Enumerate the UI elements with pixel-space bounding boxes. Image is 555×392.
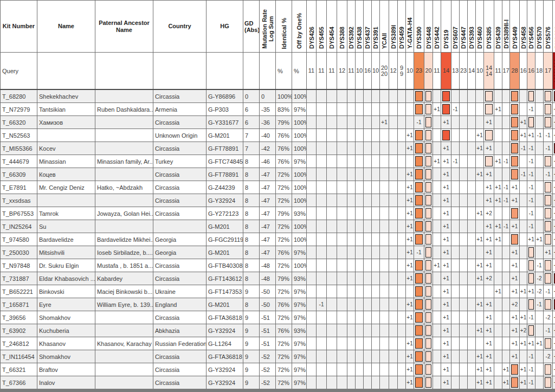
- cell-name: Minassian: [37, 155, 95, 168]
- marker-cell-DYS438: [356, 350, 364, 363]
- marker-cell-Y-GATA-H4: +1: [406, 168, 414, 181]
- marker-cell-DYS442: [433, 233, 441, 246]
- query-marker-DYS388: 12: [337, 53, 347, 90]
- marker-cell-DYS426: [307, 220, 317, 233]
- match-box-DYS390: [415, 351, 423, 362]
- marker-cell-DYS389II-I: [502, 298, 510, 311]
- marker-cell-DYS392: [347, 194, 356, 207]
- cell-kit: T_N97848: [1, 259, 37, 272]
- match-box-DYS385: [485, 156, 493, 166]
- cell-country: [153, 220, 206, 233]
- marker-header-DYS426: DYS426: [307, 1, 317, 53]
- marker-cell-DYS447: [460, 285, 468, 298]
- table-row: T_246812KhasanovKhasanov, KarachayRussia…: [1, 337, 555, 350]
- marker-cell-DYS388: [337, 194, 347, 207]
- marker-cell-DYS391: [372, 220, 380, 233]
- cell-mut: -48: [260, 272, 276, 285]
- match-box-DYS448: [425, 130, 431, 140]
- marker-cell-DYS392: [347, 246, 356, 259]
- marker-cell-DYS607: [451, 272, 460, 285]
- marker-cell-DYS459: [398, 116, 406, 129]
- marker-cell-DYS438: [356, 259, 364, 272]
- marker-cell-DYS458: +1: [520, 376, 527, 389]
- marker-cell-DYS464: +1: [553, 220, 555, 233]
- marker-cell-DYS442: [433, 311, 441, 324]
- marker-cell-DYS449: +1: [510, 350, 520, 363]
- marker-cell-DYS390: [414, 181, 424, 194]
- marker-cell-DYS454: [327, 298, 337, 311]
- marker-cell-DYS391: [372, 246, 380, 259]
- cell-hg: G-Y272123: [206, 207, 243, 220]
- marker-cell-DYS389I: [389, 311, 398, 324]
- marker-cell-DYS607: [451, 89, 460, 103]
- cell-name: Хамизов: [37, 116, 95, 129]
- marker-cell-DYS19: +1: [441, 272, 451, 285]
- cell-country: Circassia: [153, 376, 206, 389]
- cell-kit: T_250030: [1, 246, 37, 259]
- marker-cell-DYS439: [494, 246, 502, 259]
- marker-cell-YCAII: [380, 363, 389, 376]
- marker-cell-DYS390: [414, 324, 424, 337]
- column-header-country: Country: [153, 1, 206, 53]
- cell-ident: 76%: [276, 142, 292, 155]
- marker-cell-DYS442: [433, 181, 441, 194]
- marker-cell-DYS439: +1: [494, 285, 502, 298]
- marker-cell-DYS454: [327, 246, 337, 259]
- marker-cell-DYS456: -1: [527, 376, 535, 389]
- marker-cell-Y-GATA-H4: +1: [406, 207, 414, 220]
- marker-cell-DYS439: [494, 168, 502, 181]
- table-row: T_N52563Unknown OriginG-M2017-4076%100%+…: [1, 129, 555, 142]
- cell-name: Binkovski: [37, 285, 95, 298]
- marker-cell-DYS19: +1: [441, 363, 451, 376]
- marker-cell-DYS455: [317, 129, 327, 142]
- marker-cell-DYS607: [451, 142, 460, 155]
- marker-cell-DYS458: +1: [520, 285, 527, 298]
- cell-hg: G-FT143612: [206, 272, 243, 285]
- marker-cell-DYS389II-I: [502, 89, 510, 103]
- cell-name: Shekekhachev: [37, 89, 95, 103]
- query-marker-DYS456: 16: [527, 53, 535, 90]
- marker-cell-DYS570: [535, 142, 544, 155]
- marker-cell-DYS437: [364, 376, 372, 389]
- marker-cell-DYS447: [460, 103, 468, 116]
- marker-cell-DYS385: +1: [484, 181, 494, 194]
- marker-cell-DYS449: +2: [510, 298, 520, 311]
- marker-cell-DYS392: [347, 324, 356, 337]
- cell-ident: 76%: [276, 298, 292, 311]
- marker-cell-YCAII: +1: [380, 116, 389, 129]
- cell-country: Abkhazia: [153, 324, 206, 337]
- query-name: [37, 53, 95, 90]
- marker-cell-DYS392: [347, 168, 356, 181]
- marker-cell-DYS455: [317, 350, 327, 363]
- marker-cell-DYS576: [544, 89, 553, 103]
- marker-cell-DYS437: [364, 337, 372, 350]
- cell-hg: G-Y32924: [206, 194, 243, 207]
- horizontal-scrollbar[interactable]: [0, 389, 555, 392]
- marker-cell-DYS455: [317, 259, 327, 272]
- match-box-DYS390: [415, 156, 423, 166]
- marker-cell-DYS392: [347, 181, 356, 194]
- marker-cell-DYS449: [510, 89, 520, 103]
- marker-cell-DYS393: [468, 129, 476, 142]
- marker-cell-DYS390: [414, 337, 424, 350]
- marker-cell-DYS455: [317, 363, 327, 376]
- marker-cell-DYS459: [398, 220, 406, 233]
- marker-cell-DYS388: [337, 324, 347, 337]
- marker-cell-DYS459: [398, 246, 406, 259]
- cell-kit: T_IN25264: [1, 220, 37, 233]
- marker-cell-DYS454: [327, 116, 337, 129]
- marker-cell-DYS393: [468, 168, 476, 181]
- marker-cell-DYS576: [544, 194, 553, 207]
- marker-cell-DYS447: [460, 311, 468, 324]
- query-marker-DYS460: 10: [476, 53, 484, 90]
- match-box-DYS448: [425, 156, 431, 166]
- marker-cell-DYS437: [364, 194, 372, 207]
- cell-ident: 72%: [276, 168, 292, 181]
- marker-cell-DYS459: [398, 285, 406, 298]
- marker-cell-DYS448: [424, 103, 433, 116]
- marker-cell-DYS19: +1: [441, 116, 451, 129]
- marker-cell-DYS454: [327, 363, 337, 376]
- marker-cell-DYS389I: [389, 285, 398, 298]
- marker-cell-DYS389I: [389, 298, 398, 311]
- marker-cell-YCAII: [380, 142, 389, 155]
